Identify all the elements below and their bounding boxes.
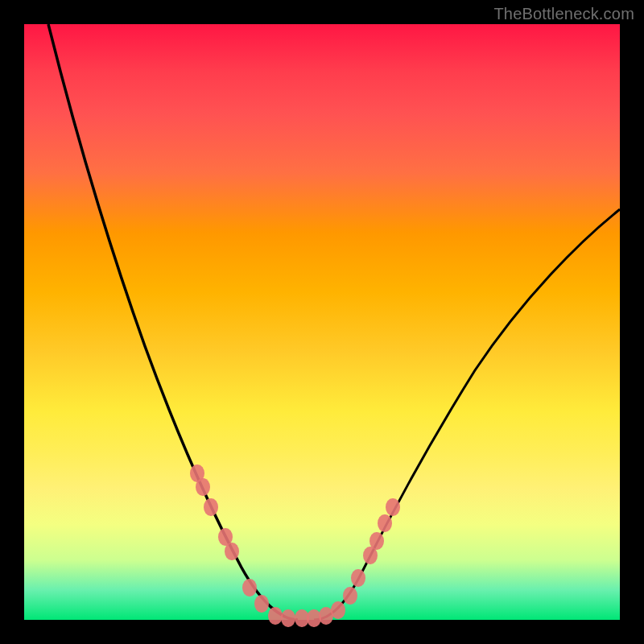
highlight-dot — [343, 587, 357, 605]
highlight-dot — [281, 609, 295, 627]
highlight-dot — [378, 514, 392, 532]
highlight-dot — [386, 498, 400, 516]
highlight-dot — [254, 595, 269, 613]
plot-area — [24, 24, 620, 620]
highlight-dot — [351, 569, 365, 587]
left-curve — [48, 24, 298, 620]
highlight-dot — [196, 478, 210, 496]
highlight-dot — [225, 543, 239, 560]
watermark-text: TheBottleneck.com — [493, 5, 634, 23]
highlight-dot — [331, 601, 345, 619]
curves-svg — [24, 24, 620, 620]
highlight-dot — [242, 579, 257, 597]
highlight-dot — [369, 532, 384, 550]
right-curve — [314, 209, 620, 620]
highlight-dot — [204, 498, 218, 516]
